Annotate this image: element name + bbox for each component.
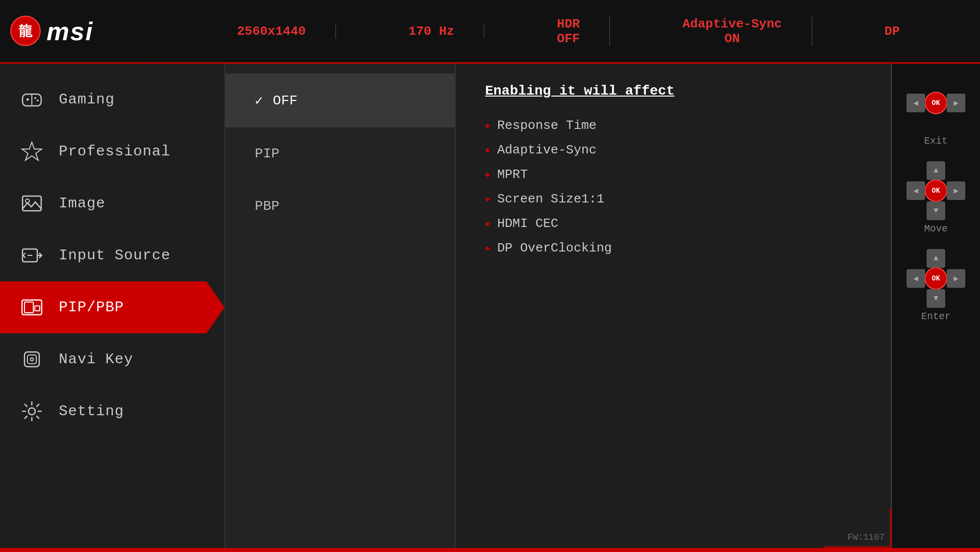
up-arrow-icon: ▲ xyxy=(933,254,938,263)
option-off-label: OFF xyxy=(273,93,297,108)
svg-point-7 xyxy=(37,100,39,101)
gaming-label: Gaming xyxy=(59,91,115,108)
enter-ok-label: OK xyxy=(932,275,940,282)
pip-pbp-label: PIP/PBP xyxy=(59,299,124,316)
header-adaptive-sync: Adaptive-Sync ON xyxy=(653,17,812,46)
option-pip-label: PIP xyxy=(255,146,279,161)
header: 龍 msi 2560x1440 170 Hz HDR OFF Adaptive-… xyxy=(0,0,980,64)
setting-icon xyxy=(20,399,44,424)
move-down-btn[interactable]: ▼ xyxy=(927,201,945,220)
move-ok-label: OK xyxy=(932,187,940,195)
right-arrow-icon: ▶ xyxy=(954,98,958,108)
adaptive-sync-label: Adaptive-Sync xyxy=(683,17,782,31)
exit-control-group: ◀ OK ▶ Exit xyxy=(906,74,965,147)
left-arrow-icon: ◀ xyxy=(913,186,918,196)
sidebar-item-navi-key[interactable]: Navi Key xyxy=(0,333,224,385)
gaming-icon xyxy=(20,87,44,112)
professional-label: Professional xyxy=(59,143,171,160)
adaptive-sync-value: ON xyxy=(725,31,740,46)
sidebar-item-input-source[interactable]: Input Source xyxy=(0,229,224,281)
move-dpad: ▲ ◀ OK ▶ ▼ xyxy=(906,161,965,220)
setting-label: Setting xyxy=(59,403,124,420)
list-item: DP OverClocking xyxy=(485,236,861,260)
info-title: Enabling it will affect xyxy=(485,83,861,99)
exit-left-btn[interactable]: ◀ xyxy=(906,94,925,112)
list-item: Screen Size1:1 xyxy=(485,187,861,211)
option-pbp[interactable]: PBP xyxy=(225,180,455,232)
svg-point-6 xyxy=(34,97,36,99)
info-list: Response Time Adaptive-Sync MPRT Screen … xyxy=(485,113,861,260)
sidebar-item-gaming[interactable]: Gaming xyxy=(0,74,224,125)
input-value: DP xyxy=(884,24,900,39)
input-source-icon xyxy=(20,243,44,268)
enter-down-btn[interactable]: ▼ xyxy=(927,289,945,308)
enter-left-btn[interactable]: ◀ xyxy=(906,269,925,288)
header-hdr: HDR OFF xyxy=(528,17,611,46)
move-up-btn[interactable]: ▲ xyxy=(927,161,945,180)
left-arrow-icon: ◀ xyxy=(913,274,918,283)
left-arrow-icon: ◀ xyxy=(913,98,918,108)
right-arrow-icon: ▶ xyxy=(954,186,958,196)
sidebar-item-setting[interactable]: Setting xyxy=(0,385,224,437)
image-icon xyxy=(20,191,44,216)
svg-rect-17 xyxy=(24,352,39,367)
enter-label: Enter xyxy=(921,311,951,322)
hdr-label: HDR xyxy=(557,17,580,31)
enter-control-group: ▲ ◀ OK ▶ ▼ Enter xyxy=(906,249,965,322)
sidebar: Gaming Professional Image xyxy=(0,64,225,552)
image-label: Image xyxy=(59,195,105,212)
hdr-value: OFF xyxy=(557,31,580,46)
sidebar-item-image[interactable]: Image xyxy=(0,177,224,229)
svg-point-20 xyxy=(28,408,35,415)
fw-version: FW:1107 xyxy=(847,532,884,542)
pip-pbp-icon xyxy=(20,295,44,320)
sidebar-item-pip-pbp[interactable]: PIP/PBP xyxy=(0,281,224,333)
svg-rect-15 xyxy=(24,302,33,313)
exit-dpad: ◀ OK ▶ xyxy=(906,74,965,132)
enter-ok-btn[interactable]: OK xyxy=(925,267,947,290)
exit-right-btn[interactable]: ▶ xyxy=(947,94,965,112)
header-refresh-rate: 170 Hz xyxy=(379,24,485,39)
bottom-right-decoration xyxy=(823,509,892,548)
svg-point-19 xyxy=(30,358,33,361)
logo-section: 龍 msi xyxy=(0,0,157,62)
resolution-value: 2560x1440 xyxy=(237,24,306,39)
msi-brand-text: msi xyxy=(47,17,94,46)
refresh-rate-value: 170 Hz xyxy=(409,24,455,39)
header-stats: 2560x1440 170 Hz HDR OFF Adaptive-Sync O… xyxy=(157,17,980,46)
controls-panel: ◀ OK ▶ Exit ▲ ◀ OK xyxy=(892,64,980,552)
option-pip[interactable]: PIP xyxy=(225,127,455,180)
checkmark-icon: ✓ xyxy=(255,92,263,109)
move-left-btn[interactable]: ◀ xyxy=(906,181,925,200)
move-ok-btn[interactable]: OK xyxy=(925,179,947,202)
list-item: HDMI CEC xyxy=(485,211,861,236)
svg-rect-16 xyxy=(35,306,40,311)
exit-label: Exit xyxy=(924,135,948,147)
input-source-label: Input Source xyxy=(59,247,171,264)
svg-text:龍: 龍 xyxy=(19,24,33,40)
list-item: MPRT xyxy=(485,162,861,187)
bottom-bar xyxy=(0,548,980,552)
header-resolution: 2560x1440 xyxy=(208,24,336,39)
navi-key-label: Navi Key xyxy=(59,351,133,368)
enter-dpad: ▲ ◀ OK ▶ ▼ xyxy=(906,249,965,308)
move-right-btn[interactable]: ▶ xyxy=(947,181,965,200)
down-arrow-icon: ▼ xyxy=(933,206,938,215)
exit-ok-btn[interactable]: OK xyxy=(925,92,947,114)
svg-rect-9 xyxy=(23,196,41,211)
up-arrow-icon: ▲ xyxy=(933,166,938,175)
svg-marker-8 xyxy=(22,142,42,160)
right-panel: Enabling it will affect Response Time Ad… xyxy=(456,64,892,552)
list-item: Adaptive-Sync xyxy=(485,138,861,162)
enter-up-btn[interactable]: ▲ xyxy=(927,249,945,268)
move-label: Move xyxy=(924,223,948,234)
option-pbp-label: PBP xyxy=(255,199,279,214)
enter-right-btn[interactable]: ▶ xyxy=(947,269,965,288)
msi-dragon-icon: 龍 xyxy=(10,15,42,47)
middle-panel: ✓ OFF PIP PBP xyxy=(225,64,456,552)
sidebar-item-professional[interactable]: Professional xyxy=(0,125,224,177)
option-off[interactable]: ✓ OFF xyxy=(225,74,455,127)
professional-icon xyxy=(20,139,44,164)
exit-ok-label: OK xyxy=(932,99,940,107)
header-input: DP xyxy=(855,24,929,39)
